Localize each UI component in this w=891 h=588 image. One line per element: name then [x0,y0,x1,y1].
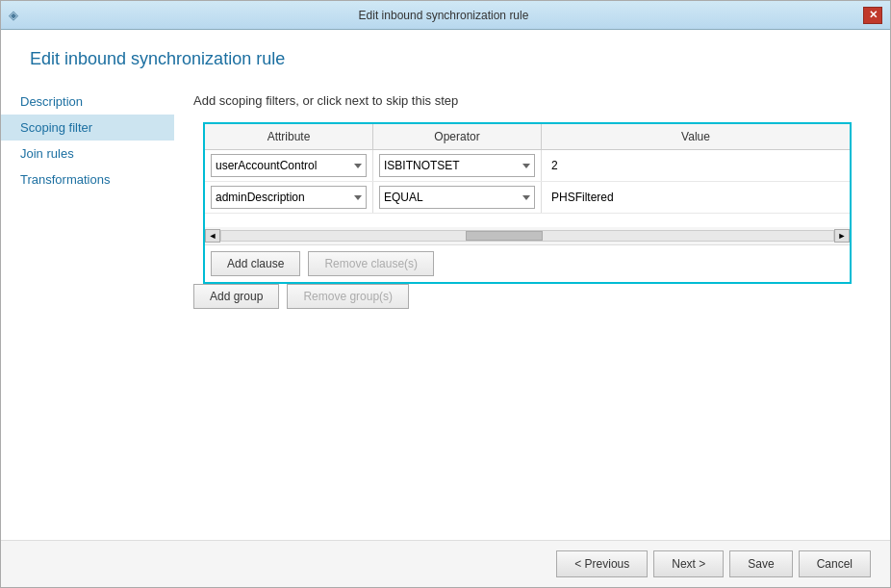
next-button[interactable]: Next > [653,550,724,577]
row1-attribute-cell: userAccountControl [205,150,373,181]
step-description: Add scoping filters, or click next to sk… [193,93,861,108]
table-header: Attribute Operator Value [205,124,850,150]
save-button[interactable]: Save [729,550,792,577]
row2-operator-select[interactable]: EQUAL [379,186,535,209]
sidebar: Description Scoping filter Join rules Tr… [1,79,174,540]
main-window: ◈ Edit inbound synchronization rule ✕ Ed… [0,0,891,588]
page-title: Edit inbound synchronization rule [30,49,861,69]
table-body: userAccountControl ISBITNOTSET [205,150,850,227]
table-row: userAccountControl ISBITNOTSET [205,150,850,182]
scroll-thumb [466,231,543,241]
add-group-button[interactable]: Add group [193,284,279,309]
previous-button[interactable]: < Previous [556,550,648,577]
add-clause-button[interactable]: Add clause [211,251,300,276]
row1-attribute-select[interactable]: userAccountControl [211,154,367,177]
filter-table-container: Attribute Operator Value userAccountCont… [203,122,852,284]
row2-attribute-cell: adminDescription [205,182,373,213]
title-bar: ◈ Edit inbound synchronization rule ✕ [1,1,890,30]
sidebar-item-description[interactable]: Description [1,89,174,115]
scrollbar-row: ◄ ► [205,227,850,245]
col-header-operator: Operator [373,124,542,149]
window-icon: ◈ [9,8,24,23]
main-content: Add scoping filters, or click next to sk… [174,79,890,540]
scroll-track[interactable] [220,230,834,242]
row2-operator-cell: EQUAL [373,182,542,213]
window-body: Edit inbound synchronization rule Descri… [1,30,890,587]
cancel-button[interactable]: Cancel [799,550,871,577]
scroll-right-button[interactable]: ► [834,229,850,243]
clause-buttons-row: Add clause Remove clause(s) [205,245,850,282]
col-header-value: Value [542,124,850,149]
row1-operator-select[interactable]: ISBITNOTSET [379,154,535,177]
row1-value-input[interactable] [547,154,844,177]
sidebar-item-transformations[interactable]: Transformations [1,166,174,192]
footer: < Previous Next > Save Cancel [1,540,890,587]
title-bar-text: Edit inbound synchronization rule [24,9,863,22]
row2-value-input[interactable] [547,186,844,209]
table-row: adminDescription EQUAL [205,182,850,214]
col-header-attribute: Attribute [205,124,373,149]
remove-clause-button[interactable]: Remove clause(s) [308,251,434,276]
scroll-left-button[interactable]: ◄ [205,229,220,243]
sidebar-item-join-rules[interactable]: Join rules [1,141,174,166]
remove-group-button[interactable]: Remove group(s) [287,284,409,309]
row1-value-cell [542,150,850,181]
sidebar-item-scoping-filter[interactable]: Scoping filter [1,115,174,141]
close-button[interactable]: ✕ [863,7,882,24]
row2-attribute-select[interactable]: adminDescription [211,186,367,209]
row2-value-cell [542,182,850,213]
group-buttons-row: Add group Remove group(s) [193,284,861,319]
row1-operator-cell: ISBITNOTSET [373,150,542,181]
page-header: Edit inbound synchronization rule [1,30,890,79]
content-area: Description Scoping filter Join rules Tr… [1,79,890,540]
